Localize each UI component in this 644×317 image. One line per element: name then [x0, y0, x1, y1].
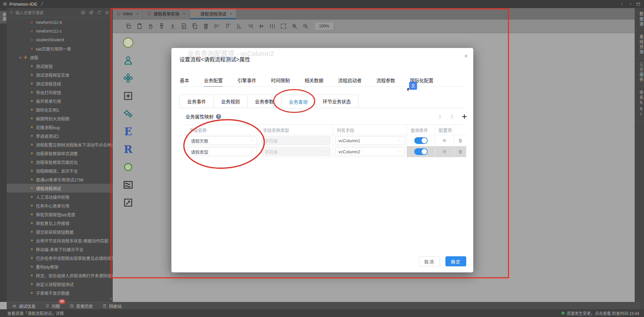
bottom-tool[interactable]: 问题40	[45, 303, 60, 309]
tree-item[interactable]: 导出打印按钮	[7, 88, 112, 97]
tree-item[interactable]: 克隆流程bug	[7, 123, 112, 131]
tree-item[interactable]: 子表格不显示数据	[7, 288, 112, 297]
delete-icon[interactable]	[203, 23, 209, 30]
download-icon[interactable]	[169, 23, 176, 30]
tree-parent-item[interactable]: ▾流程	[7, 53, 112, 62]
tree-item[interactable]: 重构bfp框架	[7, 262, 112, 271]
status-right-text[interactable]: 资源发生变更，点击查看,检查时间:15:44	[567, 310, 639, 316]
editor-tab[interactable]: 请假流程测试×	[190, 8, 237, 19]
dialog-tab[interactable]: 流程参数	[376, 77, 395, 87]
dialog-subtab[interactable]: 环节业务状态	[315, 95, 359, 108]
sidebar-scrollbar[interactable]: ▾	[110, 297, 112, 301]
fit-screen-icon[interactable]	[280, 23, 287, 30]
bottom-tool[interactable]: 回收站	[102, 303, 122, 309]
subprocess-icon[interactable]	[122, 90, 135, 102]
dialog-tab[interactable]: 时间限制	[271, 77, 290, 87]
tree-item[interactable]: 审批页面按钮tab宽度	[7, 210, 112, 219]
tree-item[interactable]: 已办任务中流程图出现审批意见必填校验提示	[7, 254, 112, 262]
dialog-subtab[interactable]: 业务事件	[179, 95, 213, 108]
dock-tab[interactable]: 数据源	[635, 8, 644, 31]
tree-item[interactable]: studentStudent	[7, 36, 112, 44]
dialog-tab[interactable]: 基本	[180, 77, 189, 87]
refresh-icon[interactable]	[97, 10, 102, 15]
tree-item[interactable]: 测试流程连线	[7, 79, 112, 88]
tree-item[interactable]: tab页面引用同一表	[7, 44, 112, 53]
cancel-button[interactable]: 取消	[419, 256, 440, 266]
field-name-select[interactable]: 请假类型	[187, 147, 257, 156]
dialog-tab[interactable]: 流程启动者	[338, 77, 362, 87]
dialog-subtab[interactable]: 业务查询	[281, 95, 315, 108]
tree-item[interactable]: 自定义流程按钮测试	[7, 280, 112, 288]
ellipse-node-icon[interactable]	[122, 36, 135, 49]
align-left-icon[interactable]	[214, 23, 220, 30]
document-icon[interactable]	[180, 23, 187, 30]
waves-icon[interactable]	[122, 178, 135, 191]
tree-item[interactable]: 请假流程测试	[7, 184, 112, 193]
query-condition-toggle[interactable]	[414, 137, 428, 144]
close-icon[interactable]: ×	[230, 11, 232, 16]
tree-item[interactable]: 流程图缩放，显示不全	[7, 166, 112, 175]
flower-node-icon[interactable]	[122, 72, 135, 85]
tree-item[interactable]: newform111-c	[7, 27, 112, 36]
list-icon[interactable]	[105, 10, 110, 15]
tree-item[interactable]: newform111-b	[7, 18, 112, 27]
field-type-select[interactable]: 字符串	[261, 147, 331, 156]
translate-icon[interactable]	[409, 82, 417, 90]
align-middle-icon[interactable]	[258, 23, 265, 30]
caret-down-icon[interactable]: ▾	[19, 56, 21, 59]
move-down-icon[interactable]	[449, 114, 455, 119]
dock-tab[interactable]: 离线资源	[635, 31, 644, 59]
paint-brush-icon[interactable]	[158, 23, 165, 30]
settings-icon[interactable]	[442, 138, 447, 143]
settings-icon[interactable]	[442, 149, 447, 154]
tree-item[interactable]: 提交前获取按钮数据	[7, 227, 112, 236]
tree-item[interactable]: 李逍遥测试1	[7, 131, 112, 140]
tree-item[interactable]: 任务中心表单引用	[7, 201, 112, 210]
add-model-icon[interactable]	[89, 10, 94, 15]
dialog-subtab[interactable]: 业务参数	[247, 95, 281, 108]
dock-tab[interactable]: 三方服务	[635, 59, 644, 87]
pan-hand-icon[interactable]	[147, 23, 154, 30]
dock-tab[interactable]: 命名Sql	[635, 87, 644, 121]
link-icon[interactable]	[40, 2, 45, 6]
align-bottom-icon[interactable]	[236, 23, 243, 30]
tree-item[interactable]: 画面特别大流程图	[7, 114, 112, 123]
distribute-icon[interactable]	[269, 23, 276, 30]
user-task-icon[interactable]	[122, 54, 135, 67]
circle-node-icon[interactable]	[122, 161, 135, 173]
editor-tab[interactable]: 请假表单实体×	[143, 8, 190, 19]
align-top-icon[interactable]	[225, 23, 231, 30]
tree-item[interactable]: 流程审批框架页面优化	[7, 158, 112, 166]
editor-tab[interactable]: class×	[112, 8, 143, 19]
ai-icon[interactable]	[80, 10, 86, 15]
tree-item[interactable]: 高开表单引用	[7, 97, 112, 105]
dialog-tab[interactable]: 相关数据	[305, 77, 323, 87]
align-right-icon[interactable]	[247, 23, 254, 30]
move-up-icon[interactable]	[437, 114, 443, 119]
tree-item[interactable]: 测试按钮	[7, 62, 112, 70]
trash-icon[interactable]	[458, 149, 463, 154]
zoom-in-icon[interactable]	[291, 23, 298, 30]
tree-item[interactable]: 普通url表单引用测试1798	[7, 175, 112, 184]
ok-button[interactable]: 确定	[445, 256, 466, 266]
column-field-select[interactable]: vcColumn1	[335, 136, 405, 145]
duplicate-icon[interactable]	[192, 23, 198, 30]
dialog-tab[interactable]: 业务配置	[204, 77, 223, 87]
tree-item[interactable]: 测试流程绑定实体	[7, 70, 112, 79]
close-icon[interactable]: ×	[136, 11, 139, 16]
field-name-select[interactable]: 请假天数	[187, 136, 257, 145]
tree-item[interactable]: 流程配置左侧树流程版本下活动节点合并问题	[7, 140, 112, 149]
zoom-out-icon[interactable]	[302, 23, 309, 30]
trash-icon[interactable]	[458, 138, 463, 143]
tree-item[interactable]: 业务环节支持流程多状态-根据动作匹配	[7, 236, 112, 245]
bottom-tool[interactable]: 调试信息	[12, 303, 36, 309]
copy-icon[interactable]	[125, 23, 132, 30]
tree-item[interactable]: 流程审批框架样式调整	[7, 149, 112, 158]
letter-e-icon[interactable]: E	[122, 125, 135, 138]
zoom-level[interactable]: 100%	[315, 22, 334, 30]
help-icon[interactable]	[216, 114, 221, 119]
field-type-select[interactable]: 字符串	[261, 136, 331, 145]
tree-item[interactable]: 转交、协办选择人员取消再打开未清除选择	[7, 271, 112, 280]
tree-item[interactable]: 审批意见上传报错	[7, 219, 112, 227]
query-condition-toggle[interactable]	[414, 148, 428, 155]
